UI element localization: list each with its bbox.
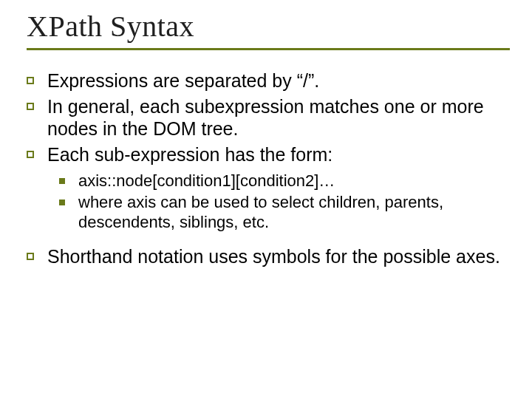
bullet-text: In general, each subexpression matches o…: [47, 95, 510, 140]
slide-content: Expressions are separated by “/”. In gen…: [27, 69, 510, 268]
bullet-level1: In general, each subexpression matches o…: [27, 95, 510, 140]
square-hollow-icon: [27, 245, 47, 260]
bullet-level1: Each sub-expression has the form:: [27, 143, 510, 166]
sub-bullet-group: axis::node[condition1][condition2]… wher…: [59, 171, 510, 232]
title-divider: [27, 48, 510, 50]
square-hollow-icon: [27, 69, 47, 84]
square-hollow-icon: [27, 95, 47, 110]
bullet-text: Expressions are separated by “/”.: [47, 69, 510, 92]
bullet-text: Shorthand notation uses symbols for the …: [47, 245, 510, 268]
square-solid-icon: [59, 171, 78, 184]
square-solid-icon: [59, 193, 78, 205]
bullet-level2: where axis can be used to select childre…: [59, 193, 510, 233]
square-hollow-icon: [27, 143, 47, 158]
bullet-text: Each sub-expression has the form:: [47, 143, 510, 166]
slide: XPath Syntax Expressions are separated b…: [0, 0, 532, 399]
bullet-level1: Shorthand notation uses symbols for the …: [27, 245, 510, 268]
bullet-level2: axis::node[condition1][condition2]…: [59, 171, 510, 191]
slide-title: XPath Syntax: [27, 9, 510, 44]
bullet-text: axis::node[condition1][condition2]…: [78, 171, 510, 191]
bullet-level1: Expressions are separated by “/”.: [27, 69, 510, 92]
bullet-text: where axis can be used to select childre…: [78, 193, 510, 233]
